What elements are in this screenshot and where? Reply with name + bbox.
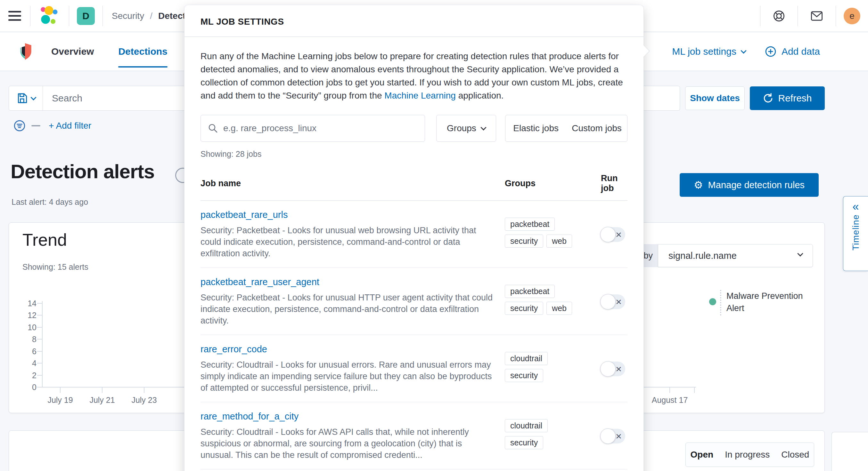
breadcrumb-section[interactable]: Security [112,11,144,21]
job-name-link[interactable]: packetbeat_rare_user_agent [200,277,505,287]
stack-by-select[interactable]: signal.rule.name [658,244,813,267]
user-avatar[interactable]: e [844,8,860,24]
tab-detections[interactable]: Detections [118,32,167,71]
legend-label[interactable]: Malware Prevention Alert [726,290,806,315]
job-search-input[interactable] [223,123,425,133]
run-job-toggle[interactable]: × [601,294,625,309]
add-data-button[interactable]: Add data [765,46,820,57]
run-job-toggle[interactable]: × [601,429,625,443]
toggle-off-x-icon: × [616,297,622,307]
y-tick-mark [37,339,42,339]
column-groups: Groups [505,178,601,189]
popover-header: ML JOB SETTINGS [185,5,644,37]
y-axis-tick: 2 [16,371,36,380]
chart-legend: Malware Prevention Alert [709,290,806,315]
chevron-double-left-icon: « [852,201,859,212]
y-tick-mark [37,375,42,376]
timeline-corner-panel [832,432,868,471]
add-filter-button[interactable]: + Add filter [49,121,91,131]
filter-icon[interactable] [13,119,26,132]
toggle-knob [600,294,616,309]
alert-status-filter-group: Open In progress Closed [685,442,814,467]
x-tick-mark [670,388,670,393]
chevron-down-icon [480,125,486,130]
y-tick-mark [37,315,42,315]
help-lifering-icon [773,10,785,23]
job-name-link[interactable]: rare_error_code [200,344,505,355]
show-dates-button[interactable]: Show dates [685,87,745,110]
chevron-down-icon [741,48,746,54]
legend-color-dot [709,298,716,305]
job-row: packetbeat_rare_user_agent Security: Pac… [200,268,627,335]
timeline-toggle-button[interactable]: « Timeline [843,196,868,271]
group-badge: cloudtrail [505,419,548,432]
elastic-logo[interactable] [39,6,61,26]
y-tick-mark [37,387,42,388]
job-row: rare_method_for_a_city Security: Cloudtr… [200,402,627,469]
job-name-link[interactable]: rare_method_for_a_city [200,411,505,422]
x-axis-tick: July 23 [117,396,172,405]
elastic-logo-icon [39,6,61,26]
filter-custom-jobs[interactable]: Custom jobs [566,123,627,133]
status-tab-open[interactable]: Open [690,449,714,460]
job-type-filter-group: Elastic jobs Custom jobs [505,115,627,142]
refresh-icon [763,93,773,103]
job-search-box [200,115,425,142]
group-badge: security [505,369,543,382]
group-badge: web [547,302,572,315]
x-tick-mark [102,388,102,393]
trend-showing-count: Showing: 15 alerts [23,262,88,272]
kibana-security-screen: D Security / Detections [0,0,868,471]
popover-description: Run any of the Machine Learning jobs bel… [200,49,630,102]
run-job-toggle[interactable]: × [601,362,625,376]
ml-job-settings-button[interactable]: ML job settings [672,46,746,57]
refresh-button[interactable]: Refresh [750,87,825,110]
newsfeed-button[interactable] [810,10,824,23]
divider [102,6,103,26]
job-name-link[interactable]: packetbeat_rare_urls [200,210,505,220]
y-axis-tick: 0 [16,382,36,392]
divider [30,6,30,26]
save-icon [16,92,28,104]
gear-icon: ⚙ [694,180,703,190]
toggle-off-x-icon: × [616,431,622,441]
group-badge: cloudtrail [505,352,548,365]
help-button[interactable] [773,10,785,23]
legend-drag-handle-icon[interactable] [720,290,721,315]
divider [798,6,798,26]
chevron-down-icon [30,94,36,100]
group-badge: security [505,235,543,248]
run-job-toggle[interactable]: × [601,227,625,242]
column-job-name: Job name [200,178,505,189]
space-badge[interactable]: D [77,7,95,25]
y-axis-tick: 14 [16,299,36,308]
job-description: Security: Packetbeat - Looks for unusual… [200,292,495,326]
manage-detection-rules-button[interactable]: ⚙ Manage detection rules [680,173,819,197]
x-tick-mark [694,388,695,393]
status-tab-in-progress[interactable]: In progress [725,449,770,460]
y-tick-mark [37,327,42,328]
popover-controls: Groups Elastic jobs Custom jobs [200,115,627,142]
machine-learning-link[interactable]: Machine Learning [384,91,456,100]
menu-hamburger-icon[interactable] [8,11,21,21]
x-tick-mark [60,388,61,393]
toggle-knob [600,227,616,242]
y-tick-mark [37,363,42,364]
job-description: Security: Packetbeat - Looks for unusual… [200,225,495,259]
group-badge: web [547,235,572,248]
security-app-logo [17,42,33,61]
y-tick-mark [37,351,42,351]
saved-query-button[interactable] [9,86,43,110]
groups-dropdown-button[interactable]: Groups [436,115,496,142]
y-tick-mark [37,303,42,304]
filter-elastic-jobs[interactable]: Elastic jobs [505,123,566,133]
job-description: Security: Cloudtrail - Looks for AWS API… [200,426,495,461]
group-badge: packetbeat [505,217,555,231]
popover-title: ML JOB SETTINGS [200,16,627,27]
toggle-off-x-icon: × [616,229,622,240]
plus-circle-icon [765,46,776,57]
tab-overview[interactable]: Overview [51,32,94,71]
jobs-table-header: Job name Groups Run job [200,173,627,201]
y-axis-tick: 12 [16,310,36,320]
status-tab-closed[interactable]: Closed [781,449,809,460]
